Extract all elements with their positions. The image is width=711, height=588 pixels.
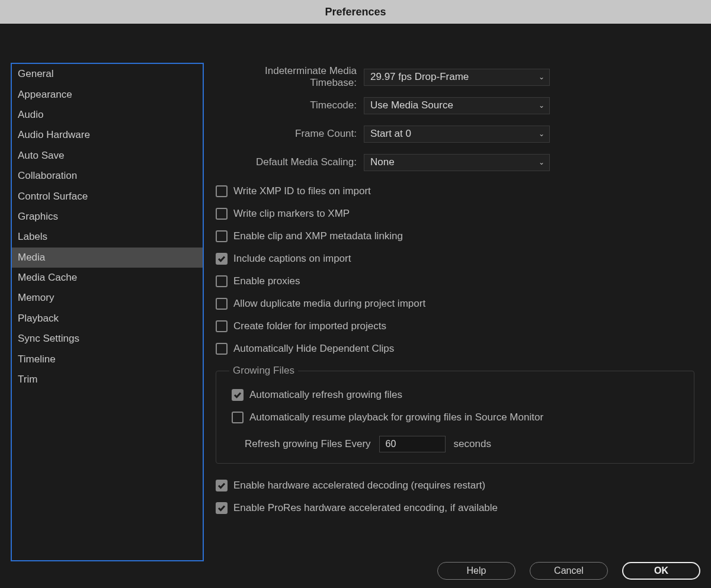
sidebar-item-memory[interactable]: Memory (12, 288, 203, 308)
chevron-down-icon: ⌄ (539, 73, 545, 81)
sidebar-item-labels[interactable]: Labels (12, 227, 203, 247)
captions-row: Include captions on import (216, 248, 694, 270)
growing-files-group: Growing Files Automatically refresh grow… (216, 365, 694, 464)
clip-markers-row: Write clip markers to XMP (216, 203, 694, 225)
auto-refresh-label: Automatically refresh growing files (249, 389, 402, 401)
sidebar-item-timeline[interactable]: Timeline (12, 349, 203, 369)
xmp-id-label: Write XMP ID to files on import (233, 185, 371, 197)
sidebar-item-appearance[interactable]: Appearance (12, 84, 203, 104)
scaling-value: None (370, 156, 395, 168)
scaling-select[interactable]: None ⌄ (364, 154, 550, 171)
sidebar-item-media[interactable]: Media (12, 248, 203, 268)
help-button[interactable]: Help (437, 562, 515, 580)
checkbox[interactable] (216, 208, 228, 220)
hw-prores-label: Enable ProRes hardware accelerated encod… (233, 502, 498, 514)
hide-dependent-row: Automatically Hide Dependent Clips (216, 338, 694, 360)
sidebar-item-collaboration[interactable]: Collaboration (12, 166, 203, 186)
auto-refresh-row: Automatically refresh growing files (227, 384, 683, 406)
refresh-interval-input[interactable] (379, 436, 446, 452)
sidebar-item-general[interactable]: General (12, 64, 203, 84)
media-preferences-pane: Indeterminate Media Timebase: 29.97 fps … (204, 63, 700, 588)
framecount-value: Start at 0 (370, 128, 411, 140)
checkbox[interactable] (216, 480, 228, 491)
checkbox[interactable] (216, 275, 228, 287)
checkbox[interactable] (216, 502, 228, 514)
checkbox[interactable] (232, 389, 244, 401)
timecode-label: Timecode: (216, 99, 364, 111)
sidebar-item-trim[interactable]: Trim (12, 369, 203, 390)
sidebar-item-auto-save[interactable]: Auto Save (12, 146, 203, 166)
sidebar-item-media-cache[interactable]: Media Cache (12, 268, 203, 288)
xmp-id-row: Write XMP ID to files on import (216, 180, 694, 203)
sidebar-item-graphics[interactable]: Graphics (12, 207, 203, 227)
chevron-down-icon: ⌄ (539, 158, 545, 166)
hw-decoding-label: Enable hardware accelerated decoding (re… (233, 480, 485, 491)
scaling-label: Default Media Scaling: (216, 156, 364, 168)
checkbox[interactable] (216, 320, 228, 332)
timebase-label: Indeterminate Media Timebase: (216, 65, 364, 89)
framecount-label: Frame Count: (216, 128, 364, 140)
auto-resume-row: Automatically resume playback for growin… (227, 406, 683, 429)
ok-button[interactable]: OK (622, 562, 700, 580)
timecode-value: Use Media Source (370, 99, 453, 111)
preferences-category-sidebar: GeneralAppearanceAudioAudio HardwareAuto… (11, 63, 204, 561)
hide-dependent-label: Automatically Hide Dependent Clips (233, 343, 394, 355)
hw-decoding-row: Enable hardware accelerated decoding (re… (216, 474, 694, 497)
hw-prores-row: Enable ProRes hardware accelerated encod… (216, 497, 694, 519)
sidebar-item-audio[interactable]: Audio (12, 105, 203, 125)
dup-media-label: Allow duplicate media during project imp… (233, 298, 425, 310)
checkbox[interactable] (216, 253, 228, 265)
chevron-down-icon: ⌄ (539, 101, 545, 110)
checkbox[interactable] (216, 298, 228, 310)
timebase-select[interactable]: 29.97 fps Drop-Frame ⌄ (364, 69, 550, 86)
dup-media-row: Allow duplicate media during project imp… (216, 293, 694, 315)
checkbox[interactable] (216, 343, 228, 355)
framecount-select[interactable]: Start at 0 ⌄ (364, 126, 550, 143)
refresh-interval-label: Refresh growing Files Every (245, 438, 371, 450)
create-folder-label: Create folder for imported projects (233, 320, 386, 332)
growing-files-legend: Growing Files (229, 365, 298, 377)
timebase-value: 29.97 fps Drop-Frame (370, 71, 469, 83)
sidebar-item-sync-settings[interactable]: Sync Settings (12, 329, 203, 349)
chevron-down-icon: ⌄ (539, 130, 545, 138)
sidebar-item-playback[interactable]: Playback (12, 309, 203, 329)
timecode-select[interactable]: Use Media Source ⌄ (364, 97, 550, 114)
checkbox[interactable] (216, 185, 228, 197)
metadata-linking-row: Enable clip and XMP metadata linking (216, 225, 694, 248)
proxies-row: Enable proxies (216, 270, 694, 293)
dialog-title: Preferences (0, 0, 711, 24)
sidebar-item-audio-hardware[interactable]: Audio Hardware (12, 125, 203, 145)
cancel-button[interactable]: Cancel (530, 562, 608, 580)
proxies-label: Enable proxies (233, 275, 300, 287)
refresh-interval-suffix: seconds (454, 438, 491, 450)
checkbox[interactable] (216, 230, 228, 242)
create-folder-row: Create folder for imported projects (216, 315, 694, 338)
auto-resume-label: Automatically resume playback for growin… (249, 412, 543, 423)
metadata-linking-label: Enable clip and XMP metadata linking (233, 230, 403, 242)
checkbox[interactable] (232, 412, 244, 423)
clip-markers-label: Write clip markers to XMP (233, 208, 350, 220)
sidebar-item-control-surface[interactable]: Control Surface (12, 186, 203, 206)
captions-label: Include captions on import (233, 253, 351, 265)
